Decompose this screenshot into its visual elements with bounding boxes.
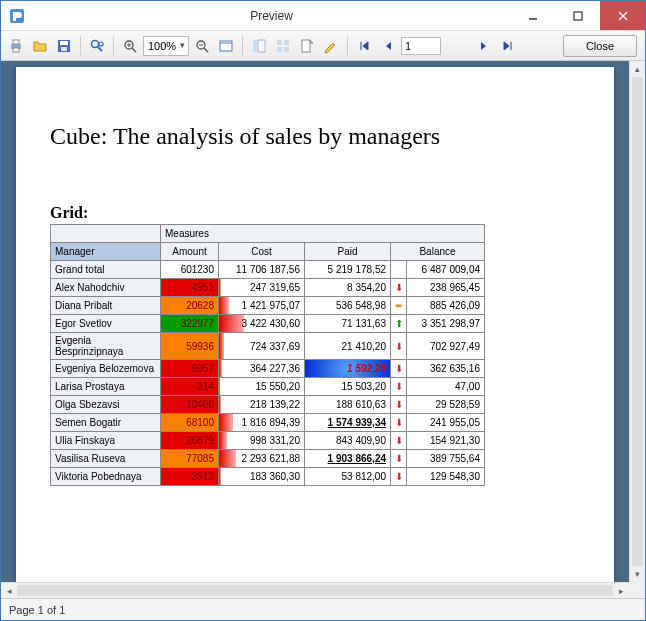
balance-cell: 389 755,64 bbox=[407, 450, 485, 468]
scroll-up-arrow[interactable]: ▴ bbox=[630, 61, 645, 77]
content-area: Cube: The analysis of sales by managers … bbox=[1, 61, 645, 598]
balance-cell: 238 965,45 bbox=[407, 279, 485, 297]
row-label: Evgenia Besprinzipnaya bbox=[51, 333, 161, 360]
viewport[interactable]: Cube: The analysis of sales by managers … bbox=[1, 61, 629, 582]
cost-cell: 3 422 430,60 bbox=[219, 315, 305, 333]
table-row: Larisa Prostaya31415 550,2015 503,20⬇47,… bbox=[51, 378, 485, 396]
cost-cell: 2 293 621,88 bbox=[219, 450, 305, 468]
trend-arrow-icon: ⬇ bbox=[391, 414, 407, 432]
row-label: Diana Pribalt bbox=[51, 297, 161, 315]
toolbar-close-button[interactable]: Close bbox=[563, 35, 637, 57]
row-label: Larisa Prostaya bbox=[51, 378, 161, 396]
maximize-button[interactable] bbox=[555, 1, 600, 30]
amount-cell: 322977 bbox=[161, 315, 219, 333]
amount-cell: 20628 bbox=[161, 297, 219, 315]
paid-cell: 21 410,20 bbox=[305, 333, 391, 360]
amount-cell: 4951 bbox=[161, 279, 219, 297]
balance-cell: 154 921,30 bbox=[407, 432, 485, 450]
vertical-scrollbar[interactable]: ▴ ▾ bbox=[629, 61, 645, 582]
balance-cell: 362 635,16 bbox=[407, 360, 485, 378]
paid-cell: 1 592,20 bbox=[305, 360, 391, 378]
cost-cell: 1 816 894,39 bbox=[219, 414, 305, 432]
svg-rect-25 bbox=[277, 40, 282, 45]
edit-button[interactable] bbox=[320, 35, 342, 57]
table-row: Ulia Finskaya26879998 331,20843 409,90⬇1… bbox=[51, 432, 485, 450]
zoom-out-button[interactable] bbox=[191, 35, 213, 57]
page-status: Page 1 of 1 bbox=[9, 604, 65, 616]
balance-cell: 702 927,49 bbox=[407, 333, 485, 360]
open-button[interactable] bbox=[29, 35, 51, 57]
trend-arrow-icon: ⬇ bbox=[391, 432, 407, 450]
svg-rect-27 bbox=[277, 47, 282, 52]
svg-rect-23 bbox=[253, 40, 257, 52]
next-page-button[interactable] bbox=[473, 35, 495, 57]
paid-cell: 71 131,63 bbox=[305, 315, 391, 333]
last-page-button[interactable] bbox=[497, 35, 519, 57]
page-setup-button[interactable] bbox=[296, 35, 318, 57]
page-number-input[interactable] bbox=[401, 37, 441, 55]
scroll-down-arrow[interactable]: ▾ bbox=[630, 566, 645, 582]
scroll-left-arrow[interactable]: ◂ bbox=[1, 583, 17, 598]
zoom-in-button[interactable] bbox=[119, 35, 141, 57]
minimize-button[interactable] bbox=[510, 1, 555, 30]
svg-rect-7 bbox=[13, 48, 19, 52]
amount-cell: 314 bbox=[161, 378, 219, 396]
svg-line-19 bbox=[204, 48, 208, 52]
paid-cell: 1 903 866,24 bbox=[305, 450, 391, 468]
window-title: Preview bbox=[33, 9, 510, 23]
paid-cell: 843 409,90 bbox=[305, 432, 391, 450]
vscroll-thumb[interactable] bbox=[632, 77, 643, 566]
svg-rect-9 bbox=[60, 41, 68, 45]
cost-cell: 724 337,69 bbox=[219, 333, 305, 360]
col-header-cost: Cost bbox=[219, 243, 305, 261]
cost-cell: 364 227,36 bbox=[219, 360, 305, 378]
print-button[interactable] bbox=[5, 35, 27, 57]
find-button[interactable] bbox=[86, 35, 108, 57]
corner-cell bbox=[51, 225, 161, 243]
close-button[interactable] bbox=[600, 1, 645, 30]
preview-window: Preview 100%▼ Close bbox=[0, 0, 646, 621]
col-header-paid: Paid bbox=[305, 243, 391, 261]
hscroll-thumb[interactable] bbox=[17, 585, 613, 596]
table-row: Diana Pribalt206281 421 975,07536 548,98… bbox=[51, 297, 485, 315]
amount-cell: 2913 bbox=[161, 468, 219, 486]
table-row: Evgenia Besprinzipnaya59936724 337,6921 … bbox=[51, 333, 485, 360]
cube-grid: Measures Manager Amount Cost Paid Balanc… bbox=[50, 224, 485, 486]
fullscreen-button[interactable] bbox=[215, 35, 237, 57]
row-label: Egor Svetlov bbox=[51, 315, 161, 333]
trend-arrow-icon: ⬇ bbox=[391, 450, 407, 468]
cost-cell: 218 139,22 bbox=[219, 396, 305, 414]
document-title: Cube: The analysis of sales by managers bbox=[50, 123, 580, 150]
table-row: Vasilisa Ruseva770852 293 621,881 903 86… bbox=[51, 450, 485, 468]
scroll-right-arrow[interactable]: ▸ bbox=[613, 583, 629, 598]
cost-cell: 15 550,20 bbox=[219, 378, 305, 396]
paid-cell: 1 574 939,34 bbox=[305, 414, 391, 432]
row-label: Viktoria Pobednaya bbox=[51, 468, 161, 486]
grand-total-row: Grand total 601230 11 706 187,56 5 219 1… bbox=[51, 261, 485, 279]
first-page-button[interactable] bbox=[353, 35, 375, 57]
horizontal-scrollbar[interactable]: ◂ ▸ bbox=[1, 582, 629, 598]
balance-cell: 29 528,59 bbox=[407, 396, 485, 414]
trend-arrow-icon: ➨ bbox=[391, 297, 407, 315]
table-row: Alex Nahodchiv4951247 319,658 354,20⬇238… bbox=[51, 279, 485, 297]
table-row: Semen Bogatir681001 816 894,391 574 939,… bbox=[51, 414, 485, 432]
app-icon bbox=[7, 6, 27, 26]
balance-cell: 129 548,30 bbox=[407, 468, 485, 486]
svg-rect-28 bbox=[284, 47, 289, 52]
amount-cell: 68100 bbox=[161, 414, 219, 432]
save-button[interactable] bbox=[53, 35, 75, 57]
amount-cell: 6957 bbox=[161, 360, 219, 378]
svg-line-12 bbox=[98, 47, 102, 51]
grid-label: Grid: bbox=[50, 204, 580, 222]
thumbnails-button[interactable] bbox=[272, 35, 294, 57]
trend-arrow-icon: ⬇ bbox=[391, 468, 407, 486]
outline-button[interactable] bbox=[248, 35, 270, 57]
svg-point-13 bbox=[99, 42, 103, 46]
paid-cell: 188 610,63 bbox=[305, 396, 391, 414]
cost-cell: 998 331,20 bbox=[219, 432, 305, 450]
table-row: Egor Svetlov3229773 422 430,6071 131,63⬆… bbox=[51, 315, 485, 333]
table-row: Olga Sbezavsi10490218 139,22188 610,63⬇2… bbox=[51, 396, 485, 414]
prev-page-button[interactable] bbox=[377, 35, 399, 57]
zoom-combo[interactable]: 100%▼ bbox=[143, 36, 189, 56]
trend-arrow-icon: ⬇ bbox=[391, 333, 407, 360]
